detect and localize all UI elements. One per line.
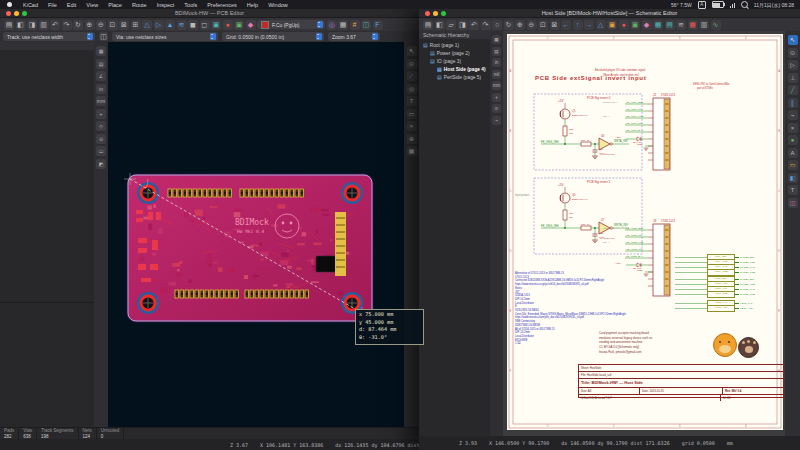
nav-up-icon[interactable]: ↑	[573, 20, 583, 30]
menu-item[interactable]: Window	[263, 2, 293, 8]
board-setup-icon[interactable]: ◧	[16, 20, 26, 30]
menu-item[interactable]: File	[43, 2, 62, 8]
menu-item[interactable]: Inspect	[152, 2, 180, 8]
units-inch-icon[interactable]: in	[96, 84, 106, 94]
power-port-icon[interactable]: ⊥	[788, 73, 798, 83]
image-icon[interactable]: ▣	[211, 20, 221, 30]
grid-selector[interactable]: Grid: 0.0500 in (0.0500 in)	[222, 32, 324, 41]
menu-item[interactable]: Tools	[179, 2, 202, 8]
spotlight-search-icon[interactable]	[741, 1, 748, 8]
menu-item[interactable]: View	[81, 2, 103, 8]
select-tool-icon[interactable]: ↖	[788, 35, 798, 45]
assign-footprints-icon[interactable]: ▦	[653, 20, 663, 30]
units-mil-icon[interactable]: mil	[492, 70, 501, 79]
refresh-icon[interactable]: ↻	[73, 20, 83, 30]
zoom-objects-icon[interactable]: ⊞	[131, 20, 141, 30]
temperature-status[interactable]: 56° 7.5W	[671, 2, 692, 8]
redo-icon[interactable]: ↷	[62, 20, 72, 30]
net-label-icon[interactable]: A	[788, 148, 798, 158]
ratsnest-visibility-icon[interactable]: ◇	[96, 121, 106, 131]
text-tool-icon[interactable]: T	[407, 96, 417, 106]
undo-icon[interactable]: ↶	[50, 20, 60, 30]
menu-clock[interactable]: 11月1日(水) 08:28	[754, 2, 794, 8]
plot-icon[interactable]: ▥	[39, 20, 49, 30]
cursor-shape-icon[interactable]: +	[492, 93, 501, 102]
plot-icon[interactable]: ▥	[699, 20, 709, 30]
plugin-icon[interactable]: F	[373, 20, 383, 30]
units-inch-icon[interactable]: in	[492, 58, 501, 67]
hierarchy-nav-icon[interactable]: △	[596, 20, 606, 30]
menu-item[interactable]: KiCad	[18, 2, 43, 8]
highlight-mode-icon[interactable]: ⊙	[96, 134, 106, 144]
hidden-pins-icon[interactable]: ⊙	[492, 104, 501, 113]
symbol-tool-icon[interactable]: ▷	[788, 60, 798, 70]
wifi-icon[interactable]	[730, 2, 735, 8]
symbol-editor-icon[interactable]: ▣	[630, 20, 640, 30]
3d-viewer-icon[interactable]: ◫	[361, 20, 371, 30]
zoom-in-icon[interactable]: ⊕	[515, 20, 525, 30]
zone-tool-icon[interactable]: ▭	[407, 109, 417, 119]
via-tool-icon[interactable]: ◎	[407, 84, 417, 94]
menu-item[interactable]: Help	[242, 2, 263, 8]
layer-selector[interactable]: F.Cu (PgUp)	[257, 20, 325, 29]
bus-tool-icon[interactable]: ║	[788, 98, 798, 108]
pcb-canvas[interactable]: BDIMock HW Mk1 0.4	[108, 42, 404, 427]
no-connect-icon[interactable]: ×	[788, 123, 798, 133]
grid-settings-icon[interactable]: ▦	[338, 20, 348, 30]
redo-icon[interactable]: ↷	[481, 20, 491, 30]
sheet-tool-icon[interactable]: ◧	[788, 173, 798, 183]
grid-style-icon[interactable]: ▤	[96, 59, 106, 69]
bus-entry-icon[interactable]: ¬	[788, 110, 798, 120]
sheet-visibility-icon[interactable]: ▭	[96, 146, 106, 156]
net-inspector-icon[interactable]: ≋	[177, 20, 187, 30]
battery-icon[interactable]	[712, 1, 724, 8]
layer-dim-icon[interactable]: ◩	[96, 159, 106, 169]
unlock-icon[interactable]: ◻	[200, 20, 210, 30]
undo-icon[interactable]: ↶	[469, 20, 479, 30]
hv-wires-icon[interactable]: ¬	[492, 116, 501, 125]
menu-item[interactable]: Route	[127, 2, 152, 8]
zoom-selector[interactable]: Zoom 3.67	[328, 32, 380, 41]
hier-label-row[interactable]: HSTA_TRBGYRE3_TRB	[707, 270, 755, 275]
grid-style-icon[interactable]: ▤	[492, 47, 501, 56]
route-icon[interactable]: ▷	[154, 20, 164, 30]
save-icon[interactable]: ▤	[423, 20, 433, 30]
zoom-fit-icon[interactable]: ⊡	[108, 20, 118, 30]
erc-icon[interactable]: ●	[619, 20, 629, 30]
lock-icon[interactable]: ◼	[188, 20, 198, 30]
junction-icon[interactable]: ●	[788, 135, 798, 145]
ratsnest-icon[interactable]: △	[142, 20, 152, 30]
zoom-fit-icon[interactable]: ⊡	[538, 20, 548, 30]
drc-icon[interactable]: ●	[223, 20, 233, 30]
auto-track-width-icon[interactable]: ◫	[99, 32, 108, 41]
grid-origin-icon[interactable]: ▦	[407, 146, 417, 156]
units-mm-icon[interactable]: mm	[96, 96, 106, 106]
text-tool-icon[interactable]: T	[788, 185, 798, 195]
hier-label-row[interactable]: HST1_ACKHST1_ACK	[707, 306, 753, 311]
footprint-browser-icon[interactable]: ◆	[246, 20, 256, 30]
menu-item[interactable]: Preferences	[202, 2, 242, 8]
hier-label-icon[interactable]: ▭	[788, 160, 798, 170]
grid-dots-icon[interactable]: ▦	[492, 35, 501, 44]
find-icon[interactable]: ○	[492, 20, 502, 30]
nav-forward-icon[interactable]: →	[584, 20, 594, 30]
zoom-out-icon[interactable]: ⊖	[527, 20, 537, 30]
polar-coords-icon[interactable]: ∠	[96, 71, 106, 81]
via-icon[interactable]: ◎	[327, 20, 337, 30]
image-tool-icon[interactable]: ◫	[788, 198, 798, 208]
cursor-shape-icon[interactable]: +	[96, 109, 106, 119]
via-size-selector[interactable]: Via: use netclass sizes	[112, 32, 218, 41]
refresh-icon[interactable]: ↻	[504, 20, 514, 30]
paste-icon[interactable]: ▱	[446, 20, 456, 30]
save-icon[interactable]: ▤	[4, 20, 14, 30]
nav-back-icon[interactable]: ←	[561, 20, 571, 30]
hierarchy-item[interactable]: ▤Root (page 1)	[419, 41, 490, 49]
grid-dots-icon[interactable]: ▦	[96, 46, 106, 56]
symbol-browser-icon[interactable]: ◆	[642, 20, 652, 30]
print-icon[interactable]: ◨	[458, 20, 468, 30]
local-ratsnest-icon[interactable]: ⊙	[407, 59, 417, 69]
open-pcb-icon[interactable]: ▦	[688, 20, 698, 30]
hierarchy-item[interactable]: ▤PeriSide (page 5)	[419, 73, 490, 81]
hierarchy-item[interactable]: ▤IO (page 3)	[419, 57, 490, 65]
pcb-titlebar[interactable]: BDIMock-HW — PCB Editor	[0, 9, 419, 18]
